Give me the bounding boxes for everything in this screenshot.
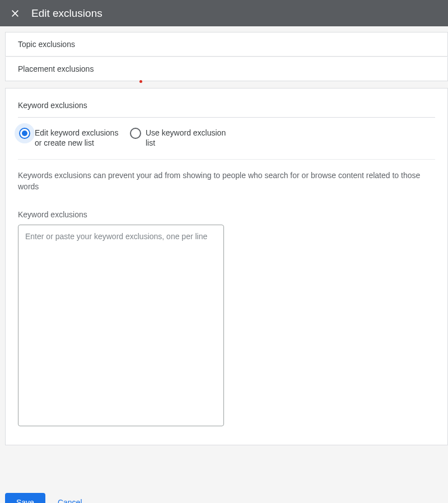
page-title: Edit exclusions: [31, 7, 102, 20]
topic-exclusions-title: Topic exclusions: [18, 40, 435, 49]
radio-use-label: Use keyword exclusion list: [146, 128, 236, 148]
placement-exclusions-section[interactable]: Placement exclusions: [5, 57, 448, 81]
header-bar: Edit exclusions: [0, 0, 448, 26]
keyword-exclusions-section: Keyword exclusions Edit keyword exclusio…: [5, 88, 448, 445]
close-icon: [11, 9, 20, 18]
keyword-description: Keywords exclusions can prevent your ad …: [18, 170, 435, 192]
cancel-button[interactable]: Cancel: [53, 493, 87, 503]
close-button[interactable]: [7, 5, 24, 22]
radio-edit-or-create[interactable]: Edit keyword exclusions or create new li…: [19, 128, 125, 148]
placement-exclusions-title: Placement exclusions: [18, 64, 435, 73]
content-area: Topic exclusions Placement exclusions Ke…: [0, 26, 448, 445]
radio-icon: [130, 128, 141, 139]
topic-exclusions-section[interactable]: Topic exclusions: [5, 32, 448, 57]
radio-icon: [19, 128, 30, 139]
keyword-section-header: Keyword exclusions: [18, 101, 435, 118]
textarea-label: Keyword exclusions: [18, 210, 435, 219]
error-indicator-dot: [139, 80, 142, 83]
keyword-exclusions-input[interactable]: [18, 225, 224, 426]
radio-use-list[interactable]: Use keyword exclusion list: [130, 128, 236, 148]
footer-bar: Save Cancel: [0, 493, 448, 503]
keyword-exclusions-title: Keyword exclusions: [18, 101, 435, 110]
radio-edit-label: Edit keyword exclusions or create new li…: [35, 128, 125, 148]
radio-group: Edit keyword exclusions or create new li…: [18, 128, 435, 160]
save-button[interactable]: Save: [5, 493, 45, 503]
